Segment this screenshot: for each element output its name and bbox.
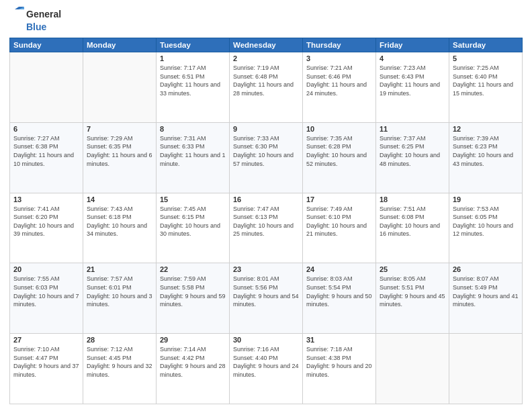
day-number: 10 (306, 125, 372, 133)
day-detail: Sunrise: 7:37 AMSunset: 6:25 PMDaylight:… (380, 134, 445, 168)
weekday-header: Friday (376, 38, 449, 52)
day-number: 11 (380, 125, 445, 133)
day-detail: Sunrise: 7:53 AMSunset: 6:05 PMDaylight:… (453, 205, 519, 238)
weekday-header: Saturday (449, 38, 523, 52)
calendar-cell (10, 52, 83, 123)
logo-bird-icon (9, 7, 24, 21)
day-number: 31 (306, 336, 372, 344)
day-number: 21 (87, 265, 152, 273)
day-number: 19 (453, 195, 519, 203)
day-detail: Sunrise: 7:43 AMSunset: 6:18 PMDaylight:… (87, 205, 152, 238)
calendar-cell: 14Sunrise: 7:43 AMSunset: 6:18 PMDayligh… (83, 193, 157, 263)
day-number: 12 (453, 125, 519, 133)
day-number: 13 (13, 195, 79, 203)
day-number: 25 (380, 265, 445, 273)
day-detail: Sunrise: 7:55 AMSunset: 6:03 PMDaylight:… (13, 275, 79, 308)
day-number: 14 (87, 195, 152, 203)
day-number: 26 (453, 265, 519, 273)
day-detail: Sunrise: 7:12 AMSunset: 4:45 PMDaylight:… (87, 345, 152, 379)
day-detail: Sunrise: 7:57 AMSunset: 6:01 PMDaylight:… (87, 275, 152, 308)
day-detail: Sunrise: 7:41 AMSunset: 6:20 PMDaylight:… (13, 205, 79, 238)
calendar-cell: 15Sunrise: 7:45 AMSunset: 6:15 PMDayligh… (157, 193, 230, 263)
day-detail: Sunrise: 7:47 AMSunset: 6:13 PMDaylight:… (233, 205, 299, 238)
day-number: 6 (13, 125, 79, 133)
calendar-cell (449, 334, 523, 404)
day-number: 9 (233, 125, 299, 133)
day-number: 22 (160, 265, 226, 273)
day-number: 30 (233, 336, 299, 344)
calendar-cell: 28Sunrise: 7:12 AMSunset: 4:45 PMDayligh… (83, 334, 157, 404)
day-detail: Sunrise: 7:19 AMSunset: 6:48 PMDaylight:… (233, 64, 299, 97)
calendar-cell: 13Sunrise: 7:41 AMSunset: 6:20 PMDayligh… (10, 193, 83, 263)
day-number: 1 (160, 54, 226, 62)
day-number: 29 (160, 336, 226, 344)
calendar-cell: 20Sunrise: 7:55 AMSunset: 6:03 PMDayligh… (10, 263, 83, 334)
calendar-cell: 12Sunrise: 7:39 AMSunset: 6:23 PMDayligh… (449, 122, 523, 193)
calendar-week-row: 27Sunrise: 7:10 AMSunset: 4:47 PMDayligh… (10, 334, 523, 404)
weekday-header: Thursday (303, 38, 376, 52)
calendar-cell: 18Sunrise: 7:51 AMSunset: 6:08 PMDayligh… (376, 193, 449, 263)
calendar-week-row: 13Sunrise: 7:41 AMSunset: 6:20 PMDayligh… (10, 193, 523, 263)
calendar-cell: 31Sunrise: 7:18 AMSunset: 4:38 PMDayligh… (303, 334, 376, 404)
day-number: 27 (13, 336, 79, 344)
calendar-cell: 23Sunrise: 8:01 AMSunset: 5:56 PMDayligh… (230, 263, 303, 334)
day-number: 17 (306, 195, 372, 203)
day-number: 3 (306, 54, 372, 62)
day-number: 5 (453, 54, 519, 62)
weekday-header: Wednesday (230, 38, 303, 52)
calendar-cell: 21Sunrise: 7:57 AMSunset: 6:01 PMDayligh… (83, 263, 157, 334)
weekday-header: Sunday (10, 38, 83, 52)
day-detail: Sunrise: 7:27 AMSunset: 6:38 PMDaylight:… (13, 134, 79, 168)
day-detail: Sunrise: 7:31 AMSunset: 6:33 PMDaylight:… (160, 134, 226, 168)
calendar-cell: 17Sunrise: 7:49 AMSunset: 6:10 PMDayligh… (303, 193, 376, 263)
day-detail: Sunrise: 7:35 AMSunset: 6:28 PMDaylight:… (306, 134, 372, 168)
day-number: 16 (233, 195, 299, 203)
calendar-week-row: 20Sunrise: 7:55 AMSunset: 6:03 PMDayligh… (10, 263, 523, 334)
weekday-header: Monday (83, 38, 157, 52)
calendar-cell: 2Sunrise: 7:19 AMSunset: 6:48 PMDaylight… (230, 52, 303, 123)
logo-general: General (26, 9, 61, 19)
day-detail: Sunrise: 7:51 AMSunset: 6:08 PMDaylight:… (380, 205, 445, 238)
calendar-cell: 10Sunrise: 7:35 AMSunset: 6:28 PMDayligh… (303, 122, 376, 193)
calendar-cell: 27Sunrise: 7:10 AMSunset: 4:47 PMDayligh… (10, 334, 83, 404)
day-number: 20 (13, 265, 79, 273)
day-detail: Sunrise: 7:45 AMSunset: 6:15 PMDaylight:… (160, 205, 226, 238)
day-detail: Sunrise: 7:23 AMSunset: 6:43 PMDaylight:… (380, 64, 445, 97)
day-number: 28 (87, 336, 152, 344)
calendar-cell: 19Sunrise: 7:53 AMSunset: 6:05 PMDayligh… (449, 193, 523, 263)
calendar-cell: 3Sunrise: 7:21 AMSunset: 6:46 PMDaylight… (303, 52, 376, 123)
day-detail: Sunrise: 7:14 AMSunset: 4:42 PMDaylight:… (160, 345, 226, 379)
day-detail: Sunrise: 7:16 AMSunset: 4:40 PMDaylight:… (233, 345, 299, 379)
calendar-cell: 11Sunrise: 7:37 AMSunset: 6:25 PMDayligh… (376, 122, 449, 193)
day-detail: Sunrise: 7:33 AMSunset: 6:30 PMDaylight:… (233, 134, 299, 168)
calendar-cell (83, 52, 157, 123)
calendar-cell: 30Sunrise: 7:16 AMSunset: 4:40 PMDayligh… (230, 334, 303, 404)
day-detail: Sunrise: 8:05 AMSunset: 5:51 PMDaylight:… (380, 275, 445, 308)
day-detail: Sunrise: 7:25 AMSunset: 6:40 PMDaylight:… (453, 64, 519, 97)
day-detail: Sunrise: 7:49 AMSunset: 6:10 PMDaylight:… (306, 205, 372, 238)
calendar-cell: 5Sunrise: 7:25 AMSunset: 6:40 PMDaylight… (449, 52, 523, 123)
logo-text-block: General Blue (9, 7, 61, 32)
day-number: 23 (233, 265, 299, 273)
day-number: 8 (160, 125, 226, 133)
calendar-cell (376, 334, 449, 404)
day-detail: Sunrise: 7:17 AMSunset: 6:51 PMDaylight:… (160, 64, 226, 97)
day-number: 18 (380, 195, 445, 203)
day-number: 15 (160, 195, 226, 203)
calendar-cell: 22Sunrise: 7:59 AMSunset: 5:58 PMDayligh… (157, 263, 230, 334)
day-detail: Sunrise: 7:21 AMSunset: 6:46 PMDaylight:… (306, 64, 372, 97)
calendar-cell: 4Sunrise: 7:23 AMSunset: 6:43 PMDaylight… (376, 52, 449, 123)
day-detail: Sunrise: 7:29 AMSunset: 6:35 PMDaylight:… (87, 134, 152, 168)
day-detail: Sunrise: 7:10 AMSunset: 4:47 PMDaylight:… (13, 345, 79, 379)
day-detail: Sunrise: 8:01 AMSunset: 5:56 PMDaylight:… (233, 275, 299, 308)
calendar-week-row: 6Sunrise: 7:27 AMSunset: 6:38 PMDaylight… (10, 122, 523, 193)
day-detail: Sunrise: 7:59 AMSunset: 5:58 PMDaylight:… (160, 275, 226, 308)
calendar-cell: 26Sunrise: 8:07 AMSunset: 5:49 PMDayligh… (449, 263, 523, 334)
logo-blue: Blue (26, 21, 46, 32)
calendar-header-row: SundayMondayTuesdayWednesdayThursdayFrid… (10, 38, 523, 52)
calendar-cell: 1Sunrise: 7:17 AMSunset: 6:51 PMDaylight… (157, 52, 230, 123)
header: General Blue (9, 7, 523, 32)
day-number: 2 (233, 54, 299, 62)
calendar-cell: 29Sunrise: 7:14 AMSunset: 4:42 PMDayligh… (157, 334, 230, 404)
calendar-cell: 7Sunrise: 7:29 AMSunset: 6:35 PMDaylight… (83, 122, 157, 193)
